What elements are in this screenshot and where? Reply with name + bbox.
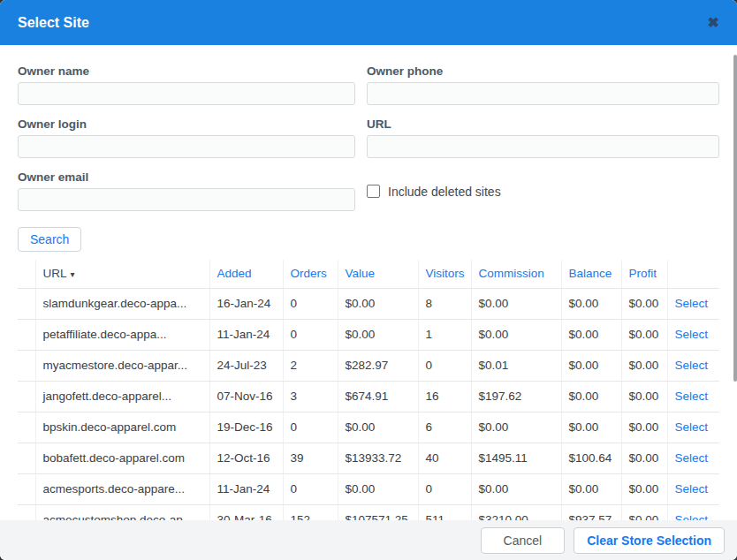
cell-profit: $0.00 — [621, 443, 667, 473]
cell-spacer — [18, 288, 35, 319]
cell-select: Select — [667, 473, 719, 504]
select-site-modal: Select Site ✖ Owner name Owner phone Own… — [0, 0, 737, 560]
owner-name-input[interactable] — [18, 82, 355, 105]
owner-email-label: Owner email — [18, 170, 355, 184]
cell-value: $0.00 — [338, 288, 418, 319]
table-header-row: URL▾AddedOrdersValueVisitorsCommissionBa… — [18, 260, 719, 288]
owner-login-input[interactable] — [18, 135, 355, 158]
col-header-added[interactable]: Added — [209, 260, 283, 288]
select-link[interactable]: Select — [675, 451, 709, 465]
cell-added: 07-Nov-16 — [209, 381, 283, 412]
field-owner-phone: Owner phone — [367, 64, 719, 105]
cell-added: 19-Dec-16 — [209, 412, 283, 443]
clear-store-selection-button[interactable]: Clear Store Selection — [574, 527, 725, 554]
cell-orders: 3 — [283, 381, 338, 412]
cell-visitors: 40 — [418, 443, 471, 473]
modal-footer: Cancel Clear Store Selection — [0, 520, 737, 560]
cell-select: Select — [667, 412, 719, 443]
close-icon[interactable]: ✖ — [708, 16, 719, 30]
cell-commission: $0.01 — [471, 350, 561, 381]
cell-visitors: 8 — [418, 288, 471, 319]
select-link[interactable]: Select — [675, 482, 709, 496]
owner-email-input[interactable] — [18, 188, 355, 211]
cell-url: acmesports.deco-appare... — [35, 473, 209, 504]
col-header-label: Balance — [569, 267, 612, 280]
cell-visitors: 16 — [418, 381, 471, 412]
cell-commission: $0.00 — [471, 319, 561, 350]
cell-commission: $0.00 — [471, 412, 561, 443]
select-link[interactable]: Select — [675, 297, 709, 310]
cell-orders: 0 — [283, 319, 338, 350]
owner-login-label: Owner login — [18, 117, 355, 131]
col-header-orders[interactable]: Orders — [283, 260, 338, 288]
col-header-balance[interactable]: Balance — [561, 260, 621, 288]
include-deleted-sites-option: Include deleted sites — [367, 171, 719, 211]
col-header-value[interactable]: Value — [338, 260, 418, 288]
sites-table-body: slamdunkgear.deco-appa...16-Jan-240$0.00… — [18, 288, 719, 535]
cell-commission: $197.62 — [471, 381, 561, 412]
cell-url: jangofett.deco-apparel... — [35, 381, 209, 412]
col-header-label: Added — [217, 267, 252, 280]
cell-added: 11-Jan-24 — [209, 473, 283, 504]
cell-select: Select — [667, 381, 719, 412]
cell-balance: $0.00 — [561, 350, 621, 381]
cell-spacer — [18, 443, 35, 473]
select-link[interactable]: Select — [675, 328, 709, 341]
field-owner-email: Owner email — [18, 170, 355, 211]
cell-commission: $0.00 — [471, 288, 561, 319]
cell-profit: $0.00 — [621, 412, 667, 443]
modal-content: Owner name Owner phone Owner login URL O… — [0, 45, 737, 560]
include-deleted-sites-checkbox[interactable] — [367, 185, 380, 198]
col-header-label: URL — [43, 267, 67, 280]
col-header-label: Commission — [479, 267, 544, 280]
cell-spacer — [18, 381, 35, 412]
cell-commission: $1495.11 — [471, 443, 561, 473]
select-link[interactable]: Select — [675, 359, 709, 372]
cell-spacer — [18, 473, 35, 504]
cell-profit: $0.00 — [621, 473, 667, 504]
col-header-profit[interactable]: Profit — [621, 260, 667, 288]
cell-orders: 0 — [283, 473, 338, 504]
select-link[interactable]: Select — [675, 390, 709, 403]
cell-profit: $0.00 — [621, 381, 667, 412]
vertical-scrollbar-thumb[interactable] — [733, 55, 737, 382]
cell-commission: $0.00 — [471, 473, 561, 504]
col-header-label: Profit — [629, 267, 657, 280]
cell-profit: $0.00 — [621, 319, 667, 350]
owner-name-label: Owner name — [18, 64, 355, 78]
include-deleted-sites-label: Include deleted sites — [388, 185, 501, 199]
cell-profit: $0.00 — [621, 288, 667, 319]
cell-added: 24-Jul-23 — [209, 350, 283, 381]
cell-spacer — [18, 350, 35, 381]
cell-added: 16-Jan-24 — [209, 288, 283, 319]
cell-url: petaffiliate.deco-appa... — [35, 319, 209, 350]
cancel-button[interactable]: Cancel — [481, 527, 566, 554]
col-header-visitors[interactable]: Visitors — [418, 260, 471, 288]
modal-title: Select Site — [18, 15, 89, 31]
cell-value: $13933.72 — [338, 443, 418, 473]
url-input[interactable] — [367, 135, 719, 158]
owner-phone-input[interactable] — [367, 82, 719, 105]
col-header-spacer — [18, 260, 35, 288]
cell-value: $282.97 — [338, 350, 418, 381]
sort-desc-icon: ▾ — [71, 269, 75, 279]
sites-table-header: URL▾AddedOrdersValueVisitorsCommissionBa… — [18, 260, 719, 288]
cell-value: $0.00 — [338, 473, 418, 504]
cell-orders: 0 — [283, 288, 338, 319]
table-row: bpskin.deco-apparel.com19-Dec-160$0.006$… — [18, 412, 719, 443]
cell-orders: 0 — [283, 412, 338, 443]
cell-orders: 39 — [283, 443, 338, 473]
cell-url: bpskin.deco-apparel.com — [35, 412, 209, 443]
cell-balance: $0.00 — [561, 288, 621, 319]
cell-select: Select — [667, 319, 719, 350]
search-button[interactable]: Search — [18, 227, 81, 252]
owner-phone-label: Owner phone — [367, 64, 719, 78]
col-header-commission[interactable]: Commission — [471, 260, 561, 288]
select-link[interactable]: Select — [675, 420, 709, 434]
col-header-url[interactable]: URL▾ — [35, 260, 209, 288]
col-header-label: Visitors — [426, 267, 465, 280]
table-row: acmesports.deco-appare...11-Jan-240$0.00… — [18, 473, 719, 504]
cell-spacer — [18, 319, 35, 350]
modal-header: Select Site ✖ — [0, 0, 737, 45]
cell-added: 12-Oct-16 — [209, 443, 283, 473]
